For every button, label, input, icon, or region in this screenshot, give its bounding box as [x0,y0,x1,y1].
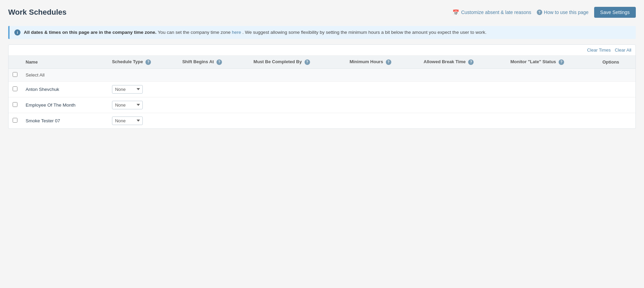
clear-all-link[interactable]: Clear All [615,47,631,53]
must-complete-help-icon[interactable]: ? [305,59,310,65]
page-wrapper: Work Schedules 📅 Customize absent & late… [0,0,644,136]
table-body: Select All Anton Shevchuk None Fixed [9,68,635,128]
employee-name-anton: Anton Shevchuk [26,87,59,92]
info-banner-text: You can set the company time zone [158,30,232,35]
th-monitor-late: Monitor "Late" Status ? [506,56,599,68]
th-options: Options [598,56,635,68]
table-row: Anton Shevchuk None Fixed Flexible Open [9,81,635,97]
customize-link-label: Customize absent & late reasons [461,10,531,15]
shift-begins-help-icon[interactable]: ? [216,59,222,65]
employee-name-cell-anton: Anton Shevchuk [22,81,108,97]
monitor-late-cell-smoke [506,113,599,128]
table-row: Smoke Tester 07 None Fixed Flexible Open [9,113,635,128]
info-icon: i [14,29,20,36]
clear-times-link[interactable]: Clear Times [587,47,611,53]
min-hours-cell-smoke [346,113,420,128]
shift-begins-cell-smoke [178,113,250,128]
employee-name-cell-smoke: Smoke Tester 07 [22,113,108,128]
shift-begins-cell-anton [178,81,250,97]
th-must-complete: Must Be Completed By ? [249,56,345,68]
th-name: Name [22,56,108,68]
th-shift-begins: Shift Begins At ? [178,56,250,68]
must-complete-cell-anton [249,81,345,97]
schedule-type-help-icon[interactable]: ? [145,59,151,65]
th-break-time: Allowed Break Time ? [420,56,506,68]
table-header: Name Schedule Type ? Shift Begins At ? M… [9,56,635,68]
schedule-type-select-smoke[interactable]: None Fixed Flexible Open [112,116,143,125]
page-title: Work Schedules [8,8,67,17]
employee-name-smoke: Smoke Tester 07 [26,118,60,123]
options-cell-smoke [598,113,635,128]
select-all-label: Select All [26,72,45,78]
monitor-late-help-icon[interactable]: ? [559,59,564,65]
help-link-label: How to use this page [544,10,589,15]
info-banner-text2: . We suggest allowing some flexibility b… [242,30,487,35]
schedule-type-cell-smoke: None Fixed Flexible Open [108,113,178,128]
th-checkbox [9,56,22,68]
options-cell-anton [598,81,635,97]
monitor-late-cell-employee [506,97,599,113]
break-time-cell-smoke [420,113,506,128]
question-mark-icon: ? [537,10,542,15]
calendar-icon: 📅 [452,9,459,16]
schedule-type-select-employee[interactable]: None Fixed Flexible Open [112,101,143,109]
table-container: Clear Times Clear All Name Schedule Type… [8,44,636,129]
shift-begins-cell-employee [178,97,250,113]
table-row: Employee Of The Month None Fixed Flexibl… [9,97,635,113]
th-min-hours: Minimum Hours ? [346,56,420,68]
schedule-type-cell-anton: None Fixed Flexible Open [108,81,178,97]
schedule-type-cell-employee: None Fixed Flexible Open [108,97,178,113]
min-hours-help-icon[interactable]: ? [386,59,391,65]
timezone-link[interactable]: here [232,30,241,35]
employee-name-cell-employee: Employee Of The Month [22,97,108,113]
row-checkbox-cell-anton [9,81,22,97]
select-all-checkbox[interactable] [13,72,17,77]
employee-name-employee: Employee Of The Month [26,102,75,108]
break-time-help-icon[interactable]: ? [468,59,474,65]
table-actions-row: Clear Times Clear All [9,45,635,56]
row-checkbox-cell-employee [9,97,22,113]
info-banner-bold: All dates & times on this page are in th… [24,30,157,35]
must-complete-cell-employee [249,97,345,113]
customize-link[interactable]: 📅 Customize absent & late reasons [452,9,531,16]
schedule-type-select-anton[interactable]: None Fixed Flexible Open [112,85,143,94]
options-cell-employee [598,97,635,113]
header: Work Schedules 📅 Customize absent & late… [8,7,636,18]
save-settings-button[interactable]: Save Settings [594,7,636,18]
break-time-cell-anton [420,81,506,97]
row-checkbox-smoke[interactable] [13,118,17,123]
break-time-cell-employee [420,97,506,113]
min-hours-cell-anton [346,81,420,97]
th-schedule-type: Schedule Type ? [108,56,178,68]
select-all-label-cell: Select All [22,68,635,81]
select-all-row: Select All [9,68,635,81]
row-checkbox-employee[interactable] [13,102,17,107]
must-complete-cell-smoke [249,113,345,128]
min-hours-cell-employee [346,97,420,113]
help-link[interactable]: ? How to use this page [537,10,589,15]
row-checkbox-anton[interactable] [13,86,17,91]
work-schedules-table: Name Schedule Type ? Shift Begins At ? M… [9,56,635,128]
row-checkbox-cell-smoke [9,113,22,128]
monitor-late-cell-anton [506,81,599,97]
select-all-checkbox-cell [9,68,22,81]
header-actions: 📅 Customize absent & late reasons ? How … [452,7,636,18]
info-banner: i All dates & times on this page are in … [8,26,636,39]
